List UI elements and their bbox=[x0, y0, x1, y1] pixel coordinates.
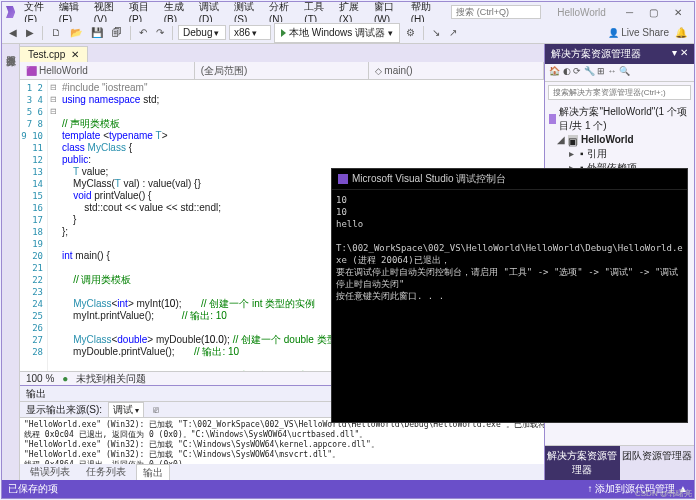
console-title: Microsoft Visual Studio 调试控制台 bbox=[352, 172, 506, 186]
nav-fwd-icon[interactable]: ▶ bbox=[23, 25, 37, 40]
solution-search-input[interactable] bbox=[548, 85, 691, 100]
nav-type[interactable]: (全局范围) bbox=[195, 62, 370, 79]
vs-logo-icon bbox=[6, 6, 15, 18]
panel-tab[interactable]: 解决方案资源管理器 bbox=[545, 445, 620, 480]
output-tab[interactable]: 输出 bbox=[136, 464, 170, 481]
config-combo[interactable]: Debug ▾ bbox=[178, 25, 226, 40]
clear-icon[interactable]: ⎚ bbox=[150, 402, 162, 417]
tab-testcpp[interactable]: Test.cpp✕ bbox=[20, 46, 88, 62]
debug-console-window[interactable]: Microsoft Visual Studio 调试控制台 10 10 hell… bbox=[331, 168, 688, 423]
solution-toolbar[interactable]: 🏠 ◐ ⟳ 🔧 ⊞ ↔ 🔍 bbox=[545, 64, 694, 82]
undo-icon[interactable]: ↶ bbox=[136, 25, 150, 40]
nav-back-icon[interactable]: ◀ bbox=[6, 25, 20, 40]
app-name: HelloWorld bbox=[549, 7, 614, 18]
nav-scope[interactable]: 🟪 HelloWorld bbox=[20, 62, 195, 79]
live-share-button[interactable]: 👤 Live Share bbox=[608, 27, 669, 38]
output-tab[interactable]: 错误列表 bbox=[24, 464, 76, 480]
redo-icon[interactable]: ↷ bbox=[153, 25, 167, 40]
output-body[interactable]: "HelloWorld.exe" (Win32): 已加载 "T:\002_Wo… bbox=[20, 418, 544, 464]
status-left: 已保存的项 bbox=[8, 482, 58, 496]
platform-combo[interactable]: x86 ▾ bbox=[229, 25, 271, 40]
document-tabstrip: Test.cpp✕ bbox=[20, 44, 544, 62]
save-all-icon[interactable]: 🗐 bbox=[109, 25, 125, 40]
console-body: 10 10 hello T:\002_WorkSpace\002_VS\Hell… bbox=[332, 190, 687, 422]
step-icon[interactable]: ↘ bbox=[429, 25, 443, 40]
toolbar: ◀ ▶ 🗋 📂 💾 🗐 ↶ ↷ Debug ▾ x86 ▾ 本地 Windows… bbox=[2, 22, 694, 44]
titlebar: 文件(F)编辑(E)视图(V)项目(P)生成(B)调试(D)测试(S)分析(N)… bbox=[2, 2, 694, 22]
left-rail[interactable]: 服务器资源工具箱 bbox=[2, 44, 20, 480]
tab-close-icon[interactable]: ✕ bbox=[71, 49, 79, 60]
output-title: 输出 bbox=[26, 387, 46, 401]
panel-dropdown-icon[interactable]: ▾ ✕ bbox=[672, 47, 688, 61]
nav-member[interactable]: ◇ main() bbox=[369, 62, 544, 79]
code-navbar: 🟪 HelloWorld (全局范围) ◇ main() bbox=[20, 62, 544, 80]
close-icon[interactable]: ✕ bbox=[668, 5, 688, 20]
save-icon[interactable]: 💾 bbox=[88, 25, 106, 40]
watermark: CSDN @韩曙亮 bbox=[635, 488, 692, 499]
panel-tab[interactable]: 团队资源管理器 bbox=[620, 445, 695, 480]
bottom-tabs: 错误列表任务列表输出 bbox=[20, 464, 544, 480]
open-icon[interactable]: 📂 bbox=[67, 25, 85, 40]
output-tab[interactable]: 任务列表 bbox=[80, 464, 132, 480]
statusbar: 已保存的项 ↑ 添加到源代码管理 ▲ bbox=[2, 480, 694, 498]
maximize-icon[interactable]: ▢ bbox=[643, 5, 664, 20]
step2-icon[interactable]: ↗ bbox=[446, 25, 460, 40]
search-input[interactable] bbox=[451, 5, 541, 19]
output-from-label: 显示输出来源(S): bbox=[26, 403, 102, 417]
play-icon bbox=[281, 29, 286, 37]
output-source-combo[interactable]: 调试 ▾ bbox=[108, 402, 144, 418]
minimize-icon[interactable]: ─ bbox=[620, 5, 639, 20]
console-icon bbox=[338, 174, 348, 184]
notif-icon[interactable]: 🔔 bbox=[672, 25, 690, 40]
new-file-icon[interactable]: 🗋 bbox=[48, 25, 64, 40]
panel-title: 解决方案资源管理器 bbox=[551, 47, 641, 61]
start-debug-button[interactable]: 本地 Windows 调试器 ▾ bbox=[274, 23, 400, 43]
tool-icon[interactable]: ⚙ bbox=[403, 25, 418, 40]
